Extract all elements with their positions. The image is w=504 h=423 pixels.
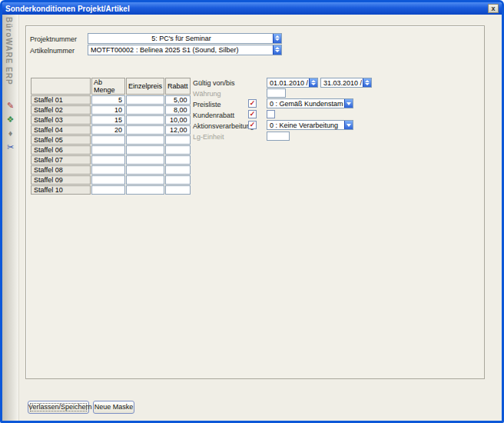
sidebar-icons: ✎ ❖ ♦ ✂ [5, 100, 16, 152]
menge-cell[interactable]: 20 [91, 125, 125, 135]
menge-cell[interactable] [91, 185, 125, 195]
chevron-down-icon[interactable] [344, 121, 353, 129]
rabatt-cell[interactable] [165, 135, 191, 145]
row-label: Staffel 06 [31, 145, 91, 155]
preis-cell[interactable] [126, 105, 164, 115]
chevron-down-icon[interactable] [344, 99, 353, 108]
app-window: Sonderkonditionen Projekt/Artikel x Büro… [0, 0, 504, 423]
preisliste-select[interactable]: 0 : Gemäß Kundenstamm [267, 98, 353, 108]
rabatt-cell[interactable] [165, 145, 191, 155]
gueltig-von-value: 01.01.2010 /Fr [267, 78, 308, 88]
artikelnummer-desc: : Belinea 2025 S1 (Sound, Silber) [136, 45, 239, 55]
row-label: Staffel 03 [31, 115, 91, 125]
waehrung-input[interactable] [267, 88, 286, 98]
keys-icon[interactable]: ♦ [5, 128, 16, 138]
scissors-icon[interactable]: ✂ [5, 142, 16, 152]
preis-cell[interactable] [126, 185, 164, 195]
row-label: Staffel 05 [31, 135, 91, 145]
row-label: Staffel 02 [31, 105, 91, 115]
menge-cell[interactable] [91, 145, 125, 155]
projektnummer-select[interactable]: 5: PC's für Seminar [88, 33, 282, 44]
menge-cell[interactable] [91, 165, 125, 175]
spinner-icon[interactable] [273, 34, 281, 43]
gueltig-bis-value: 31.03.2010 /Mi [321, 78, 362, 88]
preis-cell[interactable] [126, 115, 164, 125]
table-row: Staffel 07 [31, 155, 191, 165]
spinner-icon[interactable] [273, 45, 281, 55]
aktionsverarbeitung-checkbox[interactable]: ✓ [248, 121, 257, 129]
artikelnummer-select[interactable]: MOTFT00002 : Belinea 2025 S1 (Sound, Sil… [88, 45, 282, 55]
rabatt-cell[interactable] [165, 185, 191, 195]
gueltig-von-field[interactable]: 01.01.2010 /Fr [267, 78, 318, 88]
window-title: Sonderkonditionen Projekt/Artikel [5, 5, 130, 13]
row-label: Staffel 04 [31, 125, 91, 135]
table-row: Staffel 06 [31, 145, 191, 155]
row-label: Staffel 07 [31, 155, 91, 165]
close-icon[interactable]: x [488, 4, 499, 13]
row-label: Staffel 09 [31, 175, 91, 185]
rabatt-cell[interactable] [165, 165, 191, 175]
header-row: Ab Menge Einzelpreis Rabatt [31, 78, 191, 95]
preis-cell[interactable] [126, 125, 164, 135]
menge-cell[interactable] [91, 135, 125, 145]
chart-icon[interactable]: ❖ [5, 114, 16, 125]
spinner-icon[interactable] [309, 78, 317, 87]
preis-cell[interactable] [126, 145, 164, 155]
table-row: Staffel 03 15 10,00 [31, 115, 191, 125]
titlebar[interactable]: Sonderkonditionen Projekt/Artikel x [2, 2, 502, 15]
table-row: Staffel 09 [31, 175, 191, 185]
gueltig-bis-field[interactable]: 31.03.2010 /Mi [320, 78, 372, 88]
row-label: Staffel 01 [31, 95, 91, 105]
menge-cell[interactable] [91, 175, 125, 185]
menge-cell[interactable]: 15 [91, 115, 125, 125]
preis-cell[interactable] [126, 175, 164, 185]
rabatt-cell[interactable] [165, 155, 191, 165]
projektnummer-label: Projektnummer [30, 35, 77, 43]
aktionsverarbeitung-label: Aktionsverarbeitung [193, 122, 254, 130]
spinner-icon[interactable] [363, 78, 371, 87]
projektnummer-value: 5: PC's für Seminar [88, 34, 272, 43]
aktionsverarbeitung-select[interactable]: 0 : Keine Verarbeitung [267, 120, 353, 130]
preisliste-label: Preisliste [193, 101, 221, 108]
lg-einheit-input[interactable] [267, 132, 290, 141]
brand-text: BüroWARE ERP [5, 17, 13, 85]
row-label: Staffel 08 [31, 165, 91, 175]
preisliste-checkbox[interactable]: ✓ [248, 99, 257, 108]
table-row: Staffel 02 10 8,00 [31, 105, 191, 115]
kundenrabatt-label: Kundenrabatt [193, 112, 234, 119]
notes-icon[interactable]: ✎ [5, 100, 16, 111]
neue-maske-button[interactable]: Neue Maske [93, 401, 134, 414]
gueltig-label: Gültig von/bis [193, 79, 235, 87]
preis-cell[interactable] [126, 95, 164, 105]
row-label: Staffel 10 [31, 185, 91, 195]
lg-einheit-label: Lg-Einheit [193, 133, 224, 141]
staffel-table: Ab Menge Einzelpreis Rabatt Staffel 01 5… [30, 77, 191, 195]
menge-cell[interactable]: 10 [91, 105, 125, 115]
rabatt-cell[interactable]: 5,00 [165, 95, 191, 105]
verlassen-speichern-button[interactable]: Verlassen/Speichern [28, 401, 89, 414]
table-row: Staffel 08 [31, 165, 191, 175]
table-row: Staffel 01 5 5,00 [31, 95, 191, 105]
rabatt-cell[interactable]: 8,00 [165, 105, 191, 115]
preis-cell[interactable] [126, 165, 164, 175]
preis-cell[interactable] [126, 155, 164, 165]
rabatt-cell[interactable]: 12,00 [165, 125, 191, 135]
col-ab-menge: Ab Menge [91, 78, 125, 95]
kundenrabatt-checkbox[interactable]: ✓ [248, 110, 257, 118]
kundenrabatt-value-checkbox[interactable] [267, 110, 275, 118]
menge-cell[interactable]: 5 [91, 95, 125, 105]
col-empty [31, 78, 91, 95]
preis-cell[interactable] [126, 135, 164, 145]
table-row: Staffel 04 20 12,00 [31, 125, 191, 135]
col-rabatt: Rabatt [165, 78, 191, 95]
menge-cell[interactable] [91, 155, 125, 165]
waehrung-label: Währung [193, 90, 221, 98]
rabatt-cell[interactable]: 10,00 [165, 115, 191, 125]
sidebar: BüroWARE ERP ✎ ❖ ♦ ✂ [2, 15, 19, 421]
rabatt-cell[interactable] [165, 175, 191, 185]
preisliste-value: 0 : Gemäß Kundenstamm [267, 99, 343, 108]
main-panel: Projektnummer 5: PC's für Seminar Artike… [19, 15, 502, 421]
table-row: Staffel 05 [31, 135, 191, 145]
col-einzelpreis: Einzelpreis [126, 78, 164, 95]
artikelnummer-label: Artikelnummer [30, 47, 75, 55]
